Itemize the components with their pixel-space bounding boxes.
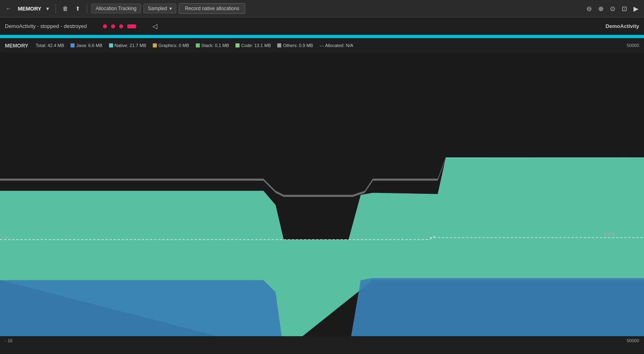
zoom-fit-icon: ⊡ xyxy=(622,5,627,12)
bottom-bar: - 16 50000 xyxy=(0,336,644,345)
zoom-out-button[interactable]: ⊖ xyxy=(584,4,594,13)
scale-top-right: 50000 xyxy=(627,43,639,48)
others-item: Others: 0.9 MB xyxy=(277,43,313,48)
export-button[interactable]: ⬆ xyxy=(73,4,83,13)
progress-bar-right xyxy=(438,35,644,38)
stack-item: Stack: 0.1 MB xyxy=(196,43,229,48)
zoom-reset-button[interactable]: ⊙ xyxy=(608,4,618,13)
delete-button[interactable]: 🗑 xyxy=(60,4,71,13)
bottom-left-label: - 16 xyxy=(5,338,13,343)
activity-right-label: DemoActivity xyxy=(605,23,639,29)
play-button[interactable]: ▶ xyxy=(631,4,641,13)
graphics-color-box xyxy=(153,43,157,47)
activity-dot-2 xyxy=(111,24,115,28)
sampled-button[interactable]: Sampled ▾ xyxy=(143,4,176,13)
allocated-label: --- Allocated: N/A xyxy=(319,43,353,48)
native-item: Native: 21.7 MB xyxy=(109,43,146,48)
separator2 xyxy=(87,4,87,13)
activity-dot-1 xyxy=(103,24,107,28)
others-label: Others: 0.9 MB xyxy=(283,43,313,48)
java-color-box xyxy=(71,43,75,47)
allocated-item: --- Allocated: N/A xyxy=(319,43,353,48)
export-icon: ⬆ xyxy=(75,5,80,12)
code-color-box xyxy=(235,43,240,47)
back-icon: ← xyxy=(6,5,11,12)
memory-label: MEMORY xyxy=(5,43,29,49)
memory-total: Total: 42.4 MB xyxy=(36,43,64,48)
separator xyxy=(56,4,56,13)
record-native-button[interactable]: Record native allocations xyxy=(179,3,245,14)
playhead-icon: ◁ xyxy=(152,22,157,30)
progress-bar-container xyxy=(0,35,644,38)
svg-text:00000: 00000 xyxy=(604,232,615,236)
zoom-out-icon: ⊖ xyxy=(586,5,592,12)
allocation-tracking-button[interactable]: Allocation Tracking xyxy=(91,4,141,13)
sampled-dropdown-icon: ▾ xyxy=(169,6,172,11)
native-label: Native: 21.7 MB xyxy=(115,43,146,48)
back-button[interactable]: ← xyxy=(3,4,14,13)
graphics-label: Graphics: 0 MB xyxy=(158,43,189,48)
record-native-label: Record native allocations xyxy=(185,6,239,11)
memory-chart: - - - 00000 xyxy=(0,53,644,345)
memory-title: MEMORY xyxy=(18,6,41,12)
chart-area: - 48 MB - - - 00000 - 16 50000 xyxy=(0,53,644,345)
sampled-label: Sampled xyxy=(148,6,167,11)
graphics-item: Graphics: 0 MB xyxy=(153,43,189,48)
zoom-reset-icon: ⊙ xyxy=(610,5,615,12)
delete-icon: 🗑 xyxy=(62,5,68,12)
activity-title: DemoActivity - stopped - destroyed xyxy=(5,23,87,29)
toolbar: ← MEMORY ▾ 🗑 ⬆ Allocation Tracking Sampl… xyxy=(0,0,644,17)
zoom-in-icon: ⊕ xyxy=(598,5,603,12)
svg-text:- - -: - - - xyxy=(2,234,9,239)
zoom-in-button[interactable]: ⊕ xyxy=(596,4,606,13)
activity-rect xyxy=(127,24,136,28)
dropdown-icon: ▾ xyxy=(46,5,49,12)
zoom-fit-button[interactable]: ⊡ xyxy=(619,4,629,13)
activity-dot-3 xyxy=(119,24,123,28)
java-item: Java: 6.6 MB xyxy=(71,43,102,48)
progress-bar-fill xyxy=(0,35,438,38)
activity-bar: DemoActivity - stopped - destroyed ◁ Dem… xyxy=(0,17,644,35)
bottom-right-label: 50000 xyxy=(627,338,639,343)
memory-header: MEMORY Total: 42.4 MB Java: 6.6 MB Nativ… xyxy=(0,38,644,53)
java-label: Java: 6.6 MB xyxy=(76,43,102,48)
native-color-box xyxy=(109,43,113,47)
code-label: Code: 13.1 MB xyxy=(241,43,271,48)
play-icon: ▶ xyxy=(633,5,638,12)
zoom-controls: ⊖ ⊕ ⊙ ⊡ ▶ xyxy=(584,4,641,13)
allocation-tracking-label: Allocation Tracking xyxy=(96,6,137,11)
stack-color-box xyxy=(196,43,200,47)
dropdown-button[interactable]: ▾ xyxy=(44,4,51,13)
code-item: Code: 13.1 MB xyxy=(235,43,271,48)
stack-label: Stack: 0.1 MB xyxy=(201,43,229,48)
others-color-box xyxy=(277,43,281,47)
